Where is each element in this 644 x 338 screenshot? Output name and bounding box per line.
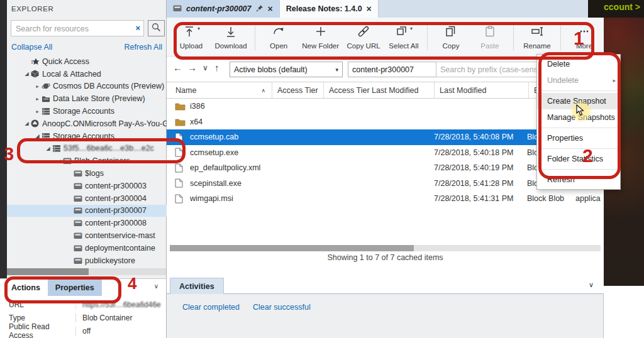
blob-name: x64 [190,114,203,130]
toolbar-copy-button[interactable]: Copy [431,19,470,55]
list-horizontal-scrollbar[interactable] [170,245,601,251]
tree-item-label: content-pr300007 [85,206,147,215]
column-header-access-tier[interactable]: Access Tier [272,82,324,98]
toolbar-paste-button[interactable]: Paste [470,19,509,55]
toolbar-download-button[interactable]: Download [211,19,251,55]
menu-item-undelete[interactable]: Undelete▸ [537,72,620,89]
container-icon [74,182,85,190]
container-path-input[interactable] [348,62,442,77]
tree-collapsed-icon[interactable]: ▸ [33,84,42,89]
menu-item-delete[interactable]: Delete [537,56,620,72]
toolbar-button-label: More [576,42,592,50]
history-chevron-icon[interactable]: ∨ [203,63,208,72]
file-icon [175,191,183,207]
desktop-backdrop-top: ccount > [588,0,644,18]
tree-item-blob-containers[interactable]: ◢Blob Containers [7,155,167,167]
tree-collapsed-icon[interactable]: ▸ [33,109,42,114]
tree-item-anoopc-onmicrosoft-pay-as-you-go[interactable]: ◢AnoopC.ONMicrosoft Pay-As-You-Go [7,117,167,130]
blob-view-dropdown[interactable]: Active blobs (default) ▾ [230,62,343,77]
blob-last-modified: 7/28/2018, 5:40:08 PM [434,129,513,145]
toolbar-separator [513,24,514,50]
toolbar-copy-url-button[interactable]: Copy URL [343,19,384,55]
list-scrollbar-thumb[interactable] [170,245,414,251]
up-level-icon[interactable]: ↑ [214,62,219,73]
rename-icon [530,25,544,40]
toolbar-button-label: Download [214,42,247,50]
tree-item-content-pr300004[interactable]: content-pr300004 [7,192,167,205]
blob-last-modified: 7/28/2018, 5:41:28 PM [434,176,513,192]
tree-item-quick-access[interactable]: 1Quick Access [7,55,167,68]
search-button[interactable] [148,20,165,36]
menu-item-folder-statistics[interactable]: Folder Statistics [537,151,620,167]
tree-item-53f5-6bea6c-e3b-e2c[interactable]: ◢53f5…6bea6c…e3b…e2c [7,143,167,155]
tree-expanded-icon[interactable]: ◢ [23,71,31,77]
tree-expanded-icon[interactable]: ◢ [23,121,31,126]
tree-item-label: Local & Attached [42,70,101,79]
resource-search-box[interactable]: × [11,20,144,36]
column-header-access-tier-last-modified[interactable]: Access Tier Last Modified [324,82,435,98]
tree-item-data-lake-store-preview[interactable]: ▸Data Lake Store (Preview) [7,92,167,105]
tree-item-content-pr300007[interactable]: content-pr300007 [7,205,167,217]
tree-item-local-attached[interactable]: ◢Local & Attached [7,68,167,80]
tab-release-notes-1-4-0[interactable]: Release Notes: 1.4.0× [280,0,379,18]
tab-actions[interactable]: Actions [4,279,48,296]
column-header-name[interactable]: Name ∧ [167,82,272,98]
tree-item-contentservice-mast[interactable]: contentservice-mast [7,229,167,242]
folder-icon [175,114,186,130]
blob-name: ccmsetup.cab [190,129,238,145]
toolbar-new-folder-button[interactable]: New Folder [298,19,343,55]
submenu-arrow-icon: ▸ [613,77,616,84]
toolbar-select-all-button[interactable]: ▾Select All [384,19,423,55]
toolbar-upload-button[interactable]: ▾Upload [172,19,211,55]
blob-row-wimgapi-msi[interactable]: wimgapi.msi7/28/2018, 5:41:31 PMBlock Bl… [167,191,604,207]
container-icon [74,207,85,214]
pin-icon[interactable] [256,4,264,14]
tree-expanded-icon[interactable]: ◢ [55,158,63,164]
refresh-all-link[interactable]: Refresh All [125,43,162,52]
blob-name: ccmsetup.exe [190,145,238,161]
menu-separator [538,148,619,149]
close-tab-icon[interactable]: × [367,4,372,13]
tree-scrollbar-thumb[interactable] [7,268,89,275]
tree-item-cosmos-db-accounts-preview[interactable]: ▸Cosmos DB Accounts (Preview) [7,80,167,93]
tree-item-deploymentcontaine[interactable]: deploymentcontaine [7,242,167,254]
explorer-panel: EXPLORER × Collapse All Refresh All 1Qui… [7,0,167,278]
tree-expanded-icon[interactable]: ◢ [33,133,42,139]
blob-last-modified: 7/28/2018, 5:40:18 PM [434,145,513,161]
quick-access-icon: 1 [31,58,42,65]
sort-ascending-icon: ∧ [261,87,265,94]
collapse-all-link[interactable]: Collapse All [11,43,52,52]
tree-horizontal-scrollbar[interactable] [7,268,166,275]
tab-properties[interactable]: Properties [48,279,102,296]
property-row-public-read-access: Public Read Accessoff [0,324,166,337]
clear-search-icon[interactable]: × [135,23,140,33]
close-tab-icon[interactable]: × [268,4,273,13]
tab-activities[interactable]: Activities [170,278,224,294]
clear-successful-link[interactable]: Clear successful [253,303,311,312]
collapse-activities-icon[interactable]: ∨ [589,281,594,289]
tree-item-storage-accounts[interactable]: ◢Storage Accounts [7,130,167,143]
toolbar-open-button[interactable]: Open [259,19,298,55]
tree-item-logs[interactable]: $logs [7,167,167,180]
tree-collapsed-icon[interactable]: ▸ [33,96,42,102]
tree-item-publickeystore[interactable]: publickeystore [7,254,167,267]
collapse-panel-icon[interactable]: ∨ [154,283,158,290]
toolbar-rename-button[interactable]: Rename [518,19,557,55]
tree-item-content-pr300008[interactable]: content-pr300008 [7,217,167,229]
column-header-last-modified[interactable]: Last Modified [435,82,529,98]
tree-expanded-icon[interactable]: ◢ [44,146,52,151]
select-all-icon [395,25,409,40]
resource-search-input[interactable] [14,21,130,36]
tab-content-pr300007[interactable]: content-pr300007× [167,0,280,18]
menu-item-properties[interactable]: Properties [537,130,620,146]
toolbar-more-button[interactable]: More [565,19,604,55]
tree-item-storage-accounts[interactable]: ▸Storage Accounts [7,105,167,117]
file-icon [175,129,183,145]
menu-item-refresh[interactable]: Refresh [537,172,620,188]
upload-icon [182,25,196,40]
tree-item-content-pr300003[interactable]: content-pr300003 [7,180,167,192]
clear-completed-link[interactable]: Clear completed [182,303,240,312]
forward-icon[interactable]: → [187,62,197,73]
tree-item-label: publickeystore [85,256,135,265]
back-icon[interactable]: ← [173,62,182,73]
